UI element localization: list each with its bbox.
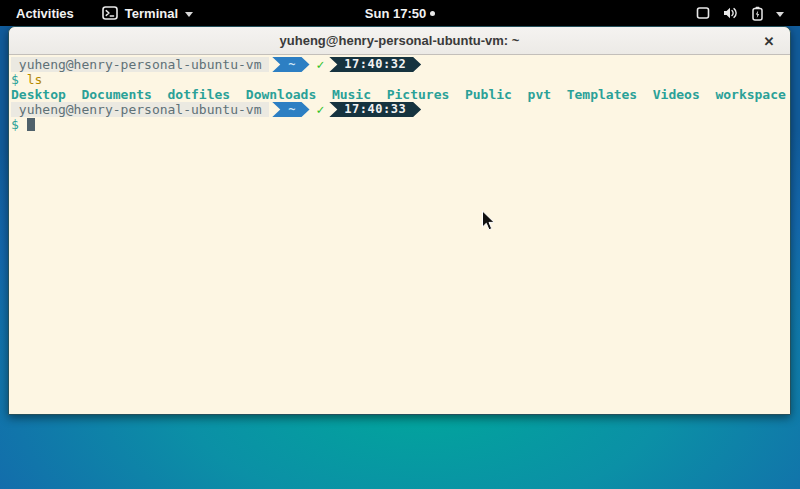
ls-output-line: Desktop Documents dotfiles Downloads Mus… <box>11 87 790 102</box>
prompt-line: yuheng@henry-personal-ubuntu-vm ~ ✓ 17:4… <box>11 102 790 117</box>
chevron-down-icon <box>185 12 193 17</box>
window-titlebar[interactable]: yuheng@henry-personal-ubuntu-vm: ~ ✕ <box>9 27 790 55</box>
prompt-symbol: $ <box>11 117 19 132</box>
text-cursor <box>27 118 35 131</box>
prompt-path-segment: ~ <box>272 57 309 72</box>
prompt-symbol: $ <box>11 72 19 87</box>
input-line[interactable]: $ <box>11 117 790 132</box>
battery-charging-icon <box>752 6 763 21</box>
prompt-path-segment: ~ <box>272 102 309 117</box>
app-indicator-label: Terminal <box>125 6 178 21</box>
terminal-content[interactable]: yuheng@henry-personal-ubuntu-vm ~ ✓ 17:4… <box>9 55 790 415</box>
screen-icon <box>696 6 710 20</box>
prompt-timestamp: 17:40:32 <box>329 57 421 72</box>
command-line: $ ls <box>11 72 790 87</box>
prompt-line: yuheng@henry-personal-ubuntu-vm ~ ✓ 17:4… <box>11 57 790 72</box>
prompt-timestamp: 17:40:33 <box>329 102 421 117</box>
prompt-status-check-icon: ✓ <box>310 57 330 72</box>
gnome-top-bar: Activities Terminal Sun 17:50 <box>0 0 800 26</box>
volume-icon <box>723 6 739 20</box>
activities-button[interactable]: Activities <box>12 6 78 21</box>
typed-command: ls <box>27 72 43 87</box>
space <box>19 72 27 87</box>
app-indicator-terminal[interactable]: Terminal <box>102 6 193 21</box>
prompt-user-host: yuheng@henry-personal-ubuntu-vm <box>11 102 269 117</box>
system-status-area[interactable] <box>696 0 800 26</box>
clock-label[interactable]: Sun 17:50 <box>365 6 426 21</box>
close-icon[interactable]: ✕ <box>758 27 780 55</box>
prompt-status-check-icon: ✓ <box>310 102 330 117</box>
prompt-user-host: yuheng@henry-personal-ubuntu-vm <box>11 57 269 72</box>
chevron-down-icon <box>776 12 784 17</box>
terminal-icon <box>102 6 118 20</box>
window-title: yuheng@henry-personal-ubuntu-vm: ~ <box>280 33 520 48</box>
directory-list: Desktop Documents dotfiles Downloads Mus… <box>11 87 786 102</box>
terminal-window: yuheng@henry-personal-ubuntu-vm: ~ ✕ yuh… <box>8 26 791 415</box>
notification-dot-icon <box>430 11 435 16</box>
